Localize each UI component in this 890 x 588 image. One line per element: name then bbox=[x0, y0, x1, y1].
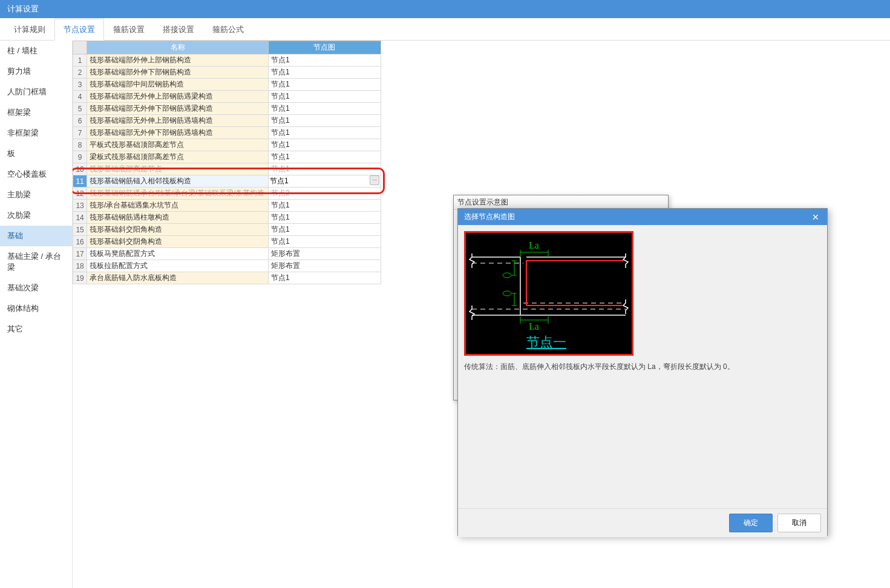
sidebar-item-3[interactable]: 框架梁 bbox=[0, 102, 72, 123]
tab-0[interactable]: 计算规则 bbox=[5, 19, 54, 41]
row-node[interactable]: 节点1 bbox=[268, 236, 381, 248]
sidebar-item-13[interactable]: 其它 bbox=[0, 319, 72, 339]
table-row[interactable]: 14筏形基础钢筋遇柱墩构造节点1 bbox=[73, 212, 381, 224]
sidebar-item-1[interactable]: 剪力墙 bbox=[0, 61, 72, 82]
table-row[interactable]: 17筏板马凳筋配置方式矩形布置 bbox=[73, 248, 381, 260]
row-node[interactable]: 节点1 bbox=[268, 127, 381, 139]
row-index: 19 bbox=[73, 272, 87, 284]
table-row[interactable]: 12筏形基础钢筋遇承台/独基/承台梁/基础联系梁/条基构造节点2 bbox=[73, 188, 381, 200]
tab-3[interactable]: 搭接设置 bbox=[154, 19, 203, 41]
table-row[interactable]: 7筏形基础端部无外伸下部钢筋遇墙构造节点1 bbox=[73, 127, 381, 139]
sidebar-item-4[interactable]: 非框架梁 bbox=[0, 123, 72, 143]
sidebar-item-2[interactable]: 人防门框墙 bbox=[0, 82, 72, 102]
dialog-title: 选择节点构造图 bbox=[464, 212, 515, 222]
row-name: 筏板拉筋配置方式 bbox=[87, 260, 269, 272]
dialog-close-button[interactable]: ✕ bbox=[810, 212, 821, 222]
row-name: 筏形基础钢筋遇承台/独基/承台梁/基础联系梁/条基构造 bbox=[87, 188, 269, 200]
row-index: 7 bbox=[73, 127, 87, 139]
sidebar-item-11[interactable]: 基础次梁 bbox=[0, 278, 72, 298]
row-node[interactable]: 节点1 bbox=[268, 200, 381, 212]
row-index: 17 bbox=[73, 248, 87, 260]
row-index: 15 bbox=[73, 224, 87, 236]
tab-4[interactable]: 箍筋公式 bbox=[203, 19, 253, 41]
table-row[interactable]: 10筏形基础底部高差节点节点1 bbox=[73, 163, 381, 175]
table-row[interactable]: 2筏形基础端部外伸下部钢筋构造节点1 bbox=[73, 67, 381, 79]
diagram-caption: 传统算法：面筋、底筋伸入相邻筏板内水平段长度默认为 La，弯折段长度默认为 0。 bbox=[464, 356, 821, 374]
row-name: 筏形基础端部无外伸上部钢筋遇墙构造 bbox=[87, 115, 269, 127]
ok-button[interactable]: 确定 bbox=[729, 514, 773, 532]
table-row[interactable]: 6筏形基础端部无外伸上部钢筋遇墙构造节点1 bbox=[73, 115, 381, 127]
row-node[interactable]: 节点1 bbox=[268, 163, 381, 175]
sidebar-item-0[interactable]: 柱 / 墙柱 bbox=[0, 41, 72, 61]
cancel-button[interactable]: 取消 bbox=[777, 514, 821, 532]
row-index: 5 bbox=[73, 103, 87, 115]
tab-1[interactable]: 节点设置 bbox=[54, 19, 104, 41]
sidebar-item-7[interactable]: 主肋梁 bbox=[0, 185, 72, 205]
col-header-name: 名称 bbox=[87, 41, 269, 54]
row-name: 筏形基础斜交阴角构造 bbox=[87, 236, 269, 248]
table-row[interactable]: 15筏形基础斜交阳角构造节点1 bbox=[73, 224, 381, 236]
row-node[interactable]: 节点1 bbox=[268, 79, 381, 91]
row-name: 筏形基础端部无外伸上部钢筋遇梁构造 bbox=[87, 91, 269, 103]
row-name: 筏形基础端部中间层钢筋构造 bbox=[87, 79, 269, 91]
row-name: 筏形基础端部无外伸下部钢筋遇梁构造 bbox=[87, 103, 269, 115]
row-index: 6 bbox=[73, 115, 87, 127]
row-name: 承台底筋锚入防水底板构造 bbox=[87, 272, 269, 284]
sidebar-item-9[interactable]: 基础 bbox=[0, 226, 72, 246]
node-diagram-option[interactable]: La bbox=[464, 231, 633, 356]
row-index: 14 bbox=[73, 212, 87, 224]
sidebar-item-6[interactable]: 空心楼盖板 bbox=[0, 164, 72, 185]
row-name: 平板式筏形基础顶部高差节点 bbox=[87, 139, 269, 151]
table-row[interactable]: 11筏形基础钢筋锚入相邻筏板构造··· bbox=[73, 175, 381, 188]
node-selection-dialog: 选择节点构造图 ✕ bbox=[457, 208, 828, 536]
row-name: 筏形基础钢筋锚入相邻筏板构造 bbox=[87, 175, 269, 188]
table-row[interactable]: 9梁板式筏形基础顶部高差节点节点1 bbox=[73, 151, 381, 163]
sidebar-item-8[interactable]: 次肋梁 bbox=[0, 205, 72, 226]
node-value-input[interactable] bbox=[270, 177, 368, 186]
tab-2[interactable]: 箍筋设置 bbox=[104, 19, 154, 41]
row-index: 11 bbox=[73, 175, 87, 188]
table-row[interactable]: 18筏板拉筋配置方式矩形布置 bbox=[73, 260, 381, 272]
row-index: 10 bbox=[73, 163, 87, 175]
row-node[interactable]: 节点1 bbox=[268, 212, 381, 224]
table-row[interactable]: 16筏形基础斜交阴角构造节点1 bbox=[73, 236, 381, 248]
row-node[interactable]: 矩形布置 bbox=[268, 248, 381, 260]
window-title: 计算设置 bbox=[0, 0, 890, 18]
table-row[interactable]: 8平板式筏形基础顶部高差节点节点1 bbox=[73, 139, 381, 151]
settings-grid: 名称节点图1筏形基础端部外伸上部钢筋构造节点12筏形基础端部外伸下部钢筋构造节点… bbox=[73, 41, 381, 284]
node-browse-button[interactable]: ··· bbox=[370, 175, 379, 185]
row-index: 2 bbox=[73, 67, 87, 79]
table-row[interactable]: 13筏形/承台基础遇集水坑节点节点1 bbox=[73, 200, 381, 212]
row-node[interactable]: 节点1 bbox=[268, 224, 381, 236]
diagram-node-label: 节点一 bbox=[526, 335, 566, 350]
table-row[interactable]: 1筏形基础端部外伸上部钢筋构造节点1 bbox=[73, 54, 381, 67]
category-sidebar: 柱 / 墙柱剪力墙人防门框墙框架梁非框架梁板空心楼盖板主肋梁次肋梁基础基础主梁 … bbox=[0, 41, 73, 588]
row-node[interactable]: 节点1 bbox=[268, 151, 381, 163]
row-name: 筏形基础斜交阳角构造 bbox=[87, 224, 269, 236]
sidebar-item-12[interactable]: 砌体结构 bbox=[0, 298, 72, 319]
row-node[interactable]: 节点1 bbox=[268, 103, 381, 115]
row-node[interactable]: 节点1 bbox=[268, 91, 381, 103]
sidebar-item-10[interactable]: 基础主梁 / 承台梁 bbox=[0, 246, 72, 278]
table-row[interactable]: 3筏形基础端部中间层钢筋构造节点1 bbox=[73, 79, 381, 91]
table-row[interactable]: 5筏形基础端部无外伸下部钢筋遇梁构造节点1 bbox=[73, 103, 381, 115]
col-header-node: 节点图 bbox=[268, 41, 381, 54]
row-name: 筏形基础底部高差节点 bbox=[87, 163, 269, 175]
row-index: 13 bbox=[73, 200, 87, 212]
row-name: 筏形基础端部外伸下部钢筋构造 bbox=[87, 67, 269, 79]
row-node[interactable]: 节点2 bbox=[268, 188, 381, 200]
row-node[interactable]: 节点1 bbox=[268, 272, 381, 284]
row-index: 9 bbox=[73, 151, 87, 163]
table-row[interactable]: 19承台底筋锚入防水底板构造节点1 bbox=[73, 272, 381, 284]
sidebar-item-5[interactable]: 板 bbox=[0, 143, 72, 164]
main-tabs: 计算规则节点设置箍筋设置搭接设置箍筋公式 bbox=[0, 18, 890, 41]
row-name: 筏板马凳筋配置方式 bbox=[87, 248, 269, 260]
row-name: 筏形基础钢筋遇柱墩构造 bbox=[87, 212, 269, 224]
row-node[interactable]: 节点1 bbox=[268, 115, 381, 127]
row-node[interactable]: ··· bbox=[268, 175, 381, 188]
row-node[interactable]: 节点1 bbox=[268, 54, 381, 67]
row-node[interactable]: 节点1 bbox=[268, 139, 381, 151]
row-node[interactable]: 节点1 bbox=[268, 67, 381, 79]
row-node[interactable]: 矩形布置 bbox=[268, 260, 381, 272]
table-row[interactable]: 4筏形基础端部无外伸上部钢筋遇梁构造节点1 bbox=[73, 91, 381, 103]
